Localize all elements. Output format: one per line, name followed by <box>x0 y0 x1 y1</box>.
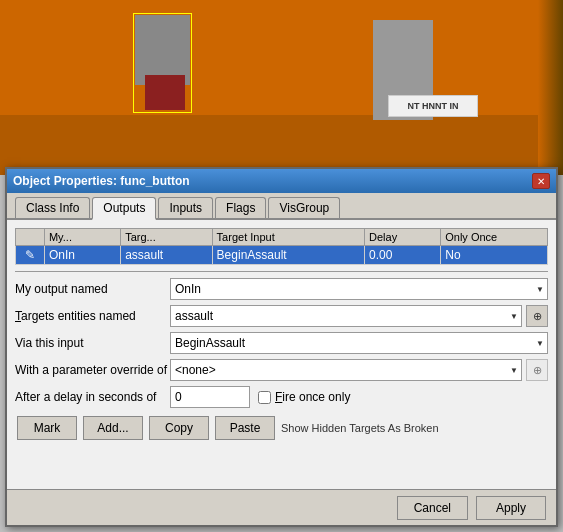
table-row[interactable]: ✎ OnIn assault BeginAssault 0.00 No <box>16 246 548 265</box>
tab-content: My... Targ... Target Input Delay Only On… <box>7 220 556 448</box>
param-select-wrapper: <none> <box>170 359 522 381</box>
outputs-table: My... Targ... Target Input Delay Only On… <box>15 228 548 265</box>
apply-button[interactable]: Apply <box>476 496 546 520</box>
close-button[interactable]: ✕ <box>532 173 550 189</box>
output-form: My output named OnIn Targets entities na… <box>15 278 548 408</box>
floor <box>0 115 563 175</box>
delay-control: Fire once only <box>170 386 548 408</box>
via-select[interactable]: BeginAssault <box>170 332 548 354</box>
param-control: <none> ⊕ <box>170 359 548 381</box>
row-my-output: OnIn <box>44 246 120 265</box>
col-header-once: Only Once <box>441 229 548 246</box>
show-hidden-label: Show Hidden Targets As Broken <box>281 422 439 434</box>
tab-outputs[interactable]: Outputs <box>92 197 156 220</box>
add-button[interactable]: Add... <box>83 416 143 440</box>
form-row-targets: Targets entities named assault ⊕ <box>15 305 548 327</box>
dialog-footer: Cancel Apply <box>7 489 556 525</box>
selection-outline <box>133 13 192 113</box>
object-properties-dialog: Object Properties: func_button ✕ Class I… <box>5 167 558 527</box>
tab-flags[interactable]: Flags <box>215 197 266 218</box>
row-target-input: BeginAssault <box>212 246 364 265</box>
dialog-title: Object Properties: func_button <box>13 174 190 188</box>
paste-button[interactable]: Paste <box>215 416 275 440</box>
param-eyedropper-icon: ⊕ <box>533 364 542 377</box>
sign-texture: NT HNNT IN <box>388 95 478 117</box>
via-control: BeginAssault <box>170 332 548 354</box>
copy-button[interactable]: Copy <box>149 416 209 440</box>
targets-select[interactable]: assault <box>170 305 522 327</box>
fire-once-label: Fire once only <box>275 390 350 404</box>
eyedropper-icon: ⊕ <box>533 310 542 323</box>
row-only-once: No <box>441 246 548 265</box>
fire-once-row: Fire once only <box>258 390 350 404</box>
via-select-wrapper: BeginAssault <box>170 332 548 354</box>
targets-picker-button[interactable]: ⊕ <box>526 305 548 327</box>
form-row-param: With a parameter override of <none> ⊕ <box>15 359 548 381</box>
my-output-select[interactable]: OnIn <box>170 278 548 300</box>
3d-viewport: NT HNNT IN <box>0 0 563 175</box>
row-delay: 0.00 <box>365 246 441 265</box>
param-picker-button[interactable]: ⊕ <box>526 359 548 381</box>
fire-once-checkbox[interactable] <box>258 391 271 404</box>
form-row-my-output: My output named OnIn <box>15 278 548 300</box>
param-label: With a parameter override of <box>15 363 170 377</box>
col-header-delay: Delay <box>365 229 441 246</box>
my-output-control: OnIn <box>170 278 548 300</box>
col-header-targ: Targ... <box>121 229 212 246</box>
targets-control: assault ⊕ <box>170 305 548 327</box>
targets-label: Targets entities named <box>15 309 170 323</box>
delay-input[interactable] <box>170 386 250 408</box>
my-output-label: My output named <box>15 282 170 296</box>
tab-strip: Class Info Outputs Inputs Flags VisGroup <box>7 193 556 220</box>
separator <box>15 271 548 272</box>
mark-button[interactable]: Mark <box>17 416 77 440</box>
col-header-input: Target Input <box>212 229 364 246</box>
via-label: Via this input <box>15 336 170 350</box>
form-row-delay: After a delay in seconds of Fire once on… <box>15 386 548 408</box>
tab-inputs[interactable]: Inputs <box>158 197 213 218</box>
row-target: assault <box>121 246 212 265</box>
dialog-titlebar: Object Properties: func_button ✕ <box>7 169 556 193</box>
my-output-select-wrapper: OnIn <box>170 278 548 300</box>
col-header-my: My... <box>44 229 120 246</box>
tab-visgroup[interactable]: VisGroup <box>268 197 340 218</box>
action-buttons: Mark Add... Copy Paste Show Hidden Targe… <box>15 416 548 440</box>
param-select[interactable]: <none> <box>170 359 522 381</box>
form-row-via: Via this input BeginAssault <box>15 332 548 354</box>
right-wall <box>538 0 563 175</box>
cancel-button[interactable]: Cancel <box>397 496 468 520</box>
tab-class-info[interactable]: Class Info <box>15 197 90 218</box>
row-pencil-icon: ✎ <box>16 246 45 265</box>
targets-select-wrapper: assault <box>170 305 522 327</box>
delay-label: After a delay in seconds of <box>15 390 170 404</box>
